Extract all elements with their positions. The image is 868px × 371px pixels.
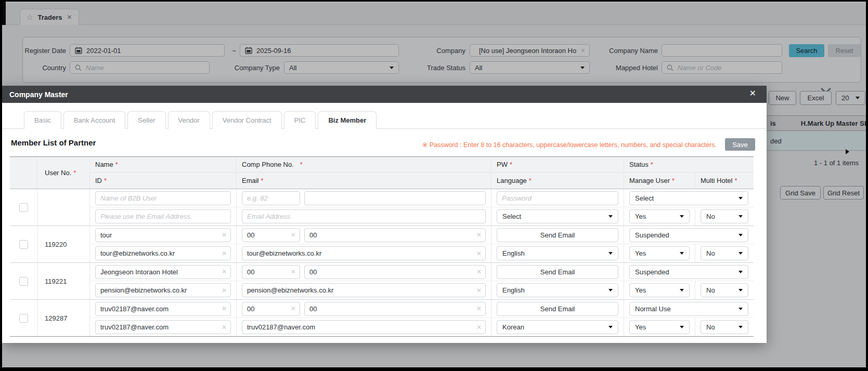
multi-hotel-select[interactable]: No: [701, 209, 748, 223]
language-select[interactable]: English: [497, 283, 618, 297]
caret-down-icon: [739, 289, 743, 292]
member-row: SelectSelectYesNo: [10, 189, 754, 226]
clear-icon[interactable]: ✕: [291, 306, 296, 312]
status-select[interactable]: Suspended: [629, 228, 748, 242]
member-row: 129287✕✕✕✕✕Send EmailKoreanNormal UseYes…: [10, 300, 754, 337]
manage-user-select[interactable]: Yes: [629, 320, 690, 334]
name-input[interactable]: [95, 302, 231, 316]
send-email-button[interactable]: Send Email: [497, 228, 618, 242]
member-checkbox[interactable]: [19, 240, 28, 249]
language-select[interactable]: Korean: [497, 320, 618, 334]
name-input[interactable]: [95, 191, 231, 205]
password-input[interactable]: [497, 191, 618, 205]
id-input[interactable]: [95, 209, 231, 223]
caret-down-icon: [739, 234, 743, 236]
tab-vendor[interactable]: Vendor: [168, 111, 210, 129]
email-input[interactable]: [242, 283, 486, 297]
name-cell: ✕: [90, 226, 237, 244]
id-cell: ✕: [90, 244, 237, 262]
email-input[interactable]: [242, 246, 486, 260]
close-icon[interactable]: ✕: [749, 89, 756, 98]
password-note: ※ Password : Enter 8 to 16 characters, u…: [422, 141, 717, 149]
company-master-modal: Company Master ✕ BasicBank AccountSeller…: [2, 86, 767, 343]
phone-cell: ✕✕: [237, 300, 491, 318]
user-no: 129287: [45, 314, 67, 322]
clear-icon[interactable]: ✕: [476, 306, 482, 312]
caret-down-icon: [739, 252, 743, 255]
header-multi-hotel: Multi Hotel*: [695, 173, 754, 189]
clear-icon[interactable]: ✕: [291, 232, 296, 238]
manage-user-select[interactable]: Yes: [629, 246, 690, 260]
phone-country-input[interactable]: [242, 191, 300, 205]
user-no-cell: 119221: [37, 263, 90, 299]
clear-icon[interactable]: ✕: [222, 232, 227, 238]
multi-hotel-select[interactable]: No: [701, 320, 748, 334]
tab-pic[interactable]: PIC: [284, 111, 316, 129]
language-select-value: English: [502, 249, 525, 257]
member-checkbox[interactable]: [19, 203, 28, 212]
status-select[interactable]: Normal Use: [629, 302, 748, 316]
id-cell: ✕: [90, 281, 237, 299]
clear-icon[interactable]: ✕: [476, 269, 482, 275]
multi-hotel-select[interactable]: No: [701, 283, 748, 297]
email-cell: ✕: [237, 244, 491, 262]
member-checkbox[interactable]: [19, 277, 28, 286]
clear-icon[interactable]: ✕: [222, 287, 227, 294]
header-pw: PW*: [491, 157, 624, 173]
clear-icon[interactable]: ✕: [222, 250, 227, 257]
name-input[interactable]: [95, 228, 231, 242]
name-input[interactable]: [95, 265, 231, 279]
save-button[interactable]: Save: [725, 138, 755, 151]
caret-down-icon: [739, 308, 743, 310]
clear-icon[interactable]: ✕: [222, 324, 227, 330]
status-cell: Normal Use: [624, 300, 754, 318]
id-input[interactable]: [95, 283, 231, 297]
caret-down-icon: [608, 289, 613, 292]
status-select[interactable]: Suspended: [629, 265, 748, 279]
language-select[interactable]: English: [497, 246, 618, 260]
tab-biz-member[interactable]: Biz Member: [318, 111, 377, 129]
member-row: 119220✕✕✕✕✕Send EmailEnglishSuspendedYes…: [10, 226, 754, 263]
phone-number-input[interactable]: [304, 228, 486, 242]
phone-number-input[interactable]: [304, 265, 486, 279]
language-select-value: Korean: [502, 323, 524, 331]
status-select[interactable]: Select: [629, 191, 748, 205]
multi-hotel-cell: No: [695, 244, 754, 262]
tab-basic[interactable]: Basic: [24, 111, 61, 129]
clear-icon[interactable]: ✕: [222, 306, 227, 312]
clear-icon[interactable]: ✕: [476, 324, 482, 330]
header-email: Email*: [237, 173, 491, 189]
clear-icon[interactable]: ✕: [476, 232, 482, 238]
clear-icon[interactable]: ✕: [476, 250, 482, 257]
header-status: Status*: [624, 157, 754, 173]
send-email-button[interactable]: Send Email: [497, 265, 618, 279]
language-cell: English: [491, 281, 624, 299]
tab-bank-account[interactable]: Bank Account: [63, 111, 126, 129]
phone-number-input[interactable]: [304, 191, 486, 205]
clear-icon[interactable]: ✕: [476, 287, 482, 294]
language-select[interactable]: Select: [497, 209, 618, 223]
multi-hotel-select[interactable]: No: [701, 246, 748, 260]
manage-user-select[interactable]: Yes: [629, 209, 690, 223]
status-cell: Suspended: [624, 263, 754, 281]
name-cell: ✕: [90, 300, 237, 318]
email-input[interactable]: [242, 320, 486, 334]
status-select-value: Suspended: [635, 268, 669, 276]
clear-icon[interactable]: ✕: [222, 269, 227, 275]
id-input[interactable]: [95, 320, 231, 334]
manage-user-cell: Yes: [624, 244, 695, 262]
status-select-value: Normal Use: [635, 305, 671, 313]
manage-user-select[interactable]: Yes: [629, 283, 690, 297]
manage-user-select-value: Yes: [635, 213, 646, 220]
send-email-button[interactable]: Send Email: [497, 302, 618, 316]
phone-number-input[interactable]: [304, 302, 486, 316]
id-input[interactable]: [95, 246, 231, 260]
clear-icon[interactable]: ✕: [291, 269, 296, 275]
pw-cell: Send Email: [491, 226, 624, 244]
tab-vendor-contract[interactable]: Vendor Contract: [212, 111, 282, 129]
email-input[interactable]: [242, 209, 486, 223]
phone-cell: ✕✕: [237, 263, 491, 281]
tab-seller[interactable]: Seller: [127, 111, 165, 129]
member-checkbox[interactable]: [19, 314, 28, 323]
multi-hotel-select-value: No: [706, 213, 715, 220]
